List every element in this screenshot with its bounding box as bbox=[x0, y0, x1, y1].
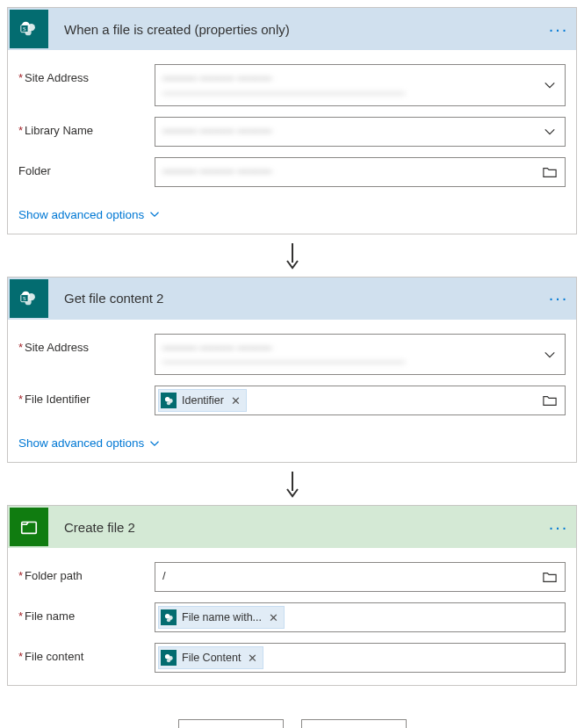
label-text: Folder path bbox=[25, 569, 83, 582]
file-identifier-field[interactable]: Identifier ✕ bbox=[155, 386, 566, 415]
blurred-text: ——————————————————————— bbox=[162, 86, 528, 100]
trigger-card: S When a file is created (properties onl… bbox=[7, 7, 577, 234]
trigger-title: When a file is created (properties only) bbox=[50, 22, 541, 37]
folder-row: Folder ——— ——— ——— bbox=[18, 157, 566, 187]
chevron-down-icon bbox=[544, 126, 556, 138]
trigger-body: *Site Address ——— ——— ——— ——————————————… bbox=[8, 50, 576, 234]
site-address-dropdown[interactable] bbox=[535, 65, 565, 105]
site-address-field[interactable]: ——— ——— ——— ——————————————————————— bbox=[155, 64, 566, 106]
token-remove-button[interactable]: ✕ bbox=[267, 611, 278, 624]
label-text: File Identifier bbox=[25, 393, 90, 406]
identifier-token[interactable]: Identifier ✕ bbox=[158, 389, 247, 412]
chevron-down-icon bbox=[149, 438, 160, 449]
library-name-row: *Library Name ——— ——— ——— bbox=[18, 117, 566, 147]
label-text: Folder bbox=[18, 164, 51, 177]
folder-icon bbox=[543, 166, 557, 178]
create-file-header[interactable]: Create file 2 ··· bbox=[8, 506, 576, 548]
token-remove-button[interactable]: ✕ bbox=[246, 652, 257, 665]
label-text: Site Address bbox=[25, 341, 89, 354]
file-identifier-picker[interactable] bbox=[535, 386, 565, 414]
folder-picker-button[interactable] bbox=[535, 158, 565, 186]
file-content-row: *File content File Content ✕ bbox=[18, 643, 566, 673]
folder-value: ——— ——— ——— bbox=[155, 158, 535, 186]
file-name-field[interactable]: File name with... ✕ bbox=[155, 602, 566, 632]
filesystem-icon bbox=[10, 508, 48, 546]
blurred-text: ——— ——— ——— bbox=[162, 340, 528, 356]
sharepoint-icon: S bbox=[10, 279, 48, 318]
trigger-menu-button[interactable]: ··· bbox=[541, 19, 576, 40]
svg-point-21 bbox=[166, 659, 169, 662]
library-name-dropdown[interactable] bbox=[535, 118, 565, 146]
action-card-create-file: Create file 2 ··· *Folder path / *File n… bbox=[7, 505, 577, 686]
site-address-row: *Site Address ——— ——— ——— ——————————————… bbox=[18, 64, 566, 106]
file-name-row: *File name File name with... ✕ bbox=[18, 602, 566, 632]
get-file-title: Get file content 2 bbox=[50, 291, 541, 306]
show-advanced-link-2[interactable]: Show advanced options bbox=[18, 431, 160, 450]
label-text: File name bbox=[25, 609, 75, 623]
new-step-button[interactable]: + New step bbox=[178, 719, 284, 728]
site-address-value-2: ——— ——— ——— ——————————————————————— bbox=[155, 335, 535, 375]
file-content-token[interactable]: File Content ✕ bbox=[158, 646, 263, 669]
library-name-label: *Library Name bbox=[18, 117, 155, 137]
connector-arrow-2 bbox=[7, 463, 577, 505]
token-text: Identifier bbox=[182, 394, 224, 407]
file-name-token[interactable]: File name with... ✕ bbox=[158, 606, 285, 629]
svg-point-13 bbox=[166, 401, 169, 405]
get-file-header[interactable]: S Get file content 2 ··· bbox=[8, 278, 576, 320]
site-address-value: ——— ——— ——— ——————————————————————— bbox=[155, 65, 535, 105]
get-file-menu-button[interactable]: ··· bbox=[541, 288, 576, 308]
token-text: File Content bbox=[182, 652, 241, 664]
token-remove-button[interactable]: ✕ bbox=[229, 394, 241, 407]
site-address-dropdown-2[interactable] bbox=[535, 335, 565, 375]
advanced-text: Show advanced options bbox=[18, 208, 144, 221]
label-text: Library Name bbox=[25, 124, 93, 137]
blurred-text: ——————————————————————— bbox=[162, 355, 528, 369]
folder-path-label: *Folder path bbox=[18, 562, 155, 582]
advanced-text: Show advanced options bbox=[18, 436, 144, 450]
site-address-label-2: *Site Address bbox=[18, 334, 155, 354]
site-address-label: *Site Address bbox=[18, 64, 155, 84]
show-advanced-link[interactable]: Show advanced options bbox=[18, 203, 160, 221]
chevron-down-icon bbox=[544, 79, 556, 91]
folder-label: Folder bbox=[18, 157, 155, 177]
file-identifier-label: *File Identifier bbox=[18, 386, 155, 406]
folder-icon bbox=[543, 394, 557, 407]
trigger-header[interactable]: S When a file is created (properties onl… bbox=[8, 8, 576, 50]
token-container: File name with... ✕ bbox=[155, 603, 565, 631]
folder-path-picker[interactable] bbox=[535, 563, 565, 591]
svg-point-18 bbox=[166, 618, 169, 622]
get-file-body: *Site Address ——— ——— ——— ——————————————… bbox=[8, 320, 576, 463]
save-button[interactable]: Save bbox=[301, 719, 407, 728]
library-name-value: ——— ——— ——— bbox=[155, 118, 535, 146]
label-text: Site Address bbox=[25, 71, 89, 84]
arrow-down-icon bbox=[284, 241, 301, 270]
site-address-field-2[interactable]: ——— ——— ——— ——————————————————————— bbox=[155, 334, 566, 376]
blurred-text: ——— ——— ——— bbox=[162, 123, 528, 139]
folder-icon bbox=[543, 571, 557, 583]
action-card-get-file: S Get file content 2 ··· *Site Address —… bbox=[7, 277, 577, 464]
sharepoint-mini-icon bbox=[161, 650, 177, 666]
sharepoint-mini-icon bbox=[161, 609, 177, 625]
folder-path-field[interactable]: / bbox=[155, 562, 566, 592]
site-address-row-2: *Site Address ——— ——— ——— ——————————————… bbox=[18, 334, 566, 376]
label-text: File content bbox=[25, 650, 83, 663]
token-container: File Content ✕ bbox=[155, 644, 565, 672]
connector-arrow bbox=[7, 234, 577, 277]
chevron-down-icon bbox=[149, 209, 160, 220]
file-content-label: *File content bbox=[18, 643, 155, 663]
footer-actions: + New step Save bbox=[7, 719, 577, 728]
arrow-down-icon bbox=[284, 470, 301, 498]
folder-path-value: / bbox=[155, 563, 535, 591]
token-text: File name with... bbox=[182, 611, 262, 623]
file-name-label: *File name bbox=[18, 602, 155, 623]
create-file-title: Create file 2 bbox=[50, 520, 541, 535]
blurred-text: ——— ——— ——— bbox=[162, 70, 528, 86]
sharepoint-mini-icon bbox=[161, 393, 177, 408]
folder-field[interactable]: ——— ——— ——— bbox=[155, 157, 566, 187]
folder-path-row: *Folder path / bbox=[18, 562, 566, 592]
file-identifier-row: *File Identifier Identifier ✕ bbox=[18, 386, 566, 415]
file-content-field[interactable]: File Content ✕ bbox=[155, 643, 566, 673]
svg-text:S: S bbox=[23, 295, 26, 301]
create-file-menu-button[interactable]: ··· bbox=[541, 517, 576, 537]
library-name-field[interactable]: ——— ——— ——— bbox=[155, 117, 566, 147]
